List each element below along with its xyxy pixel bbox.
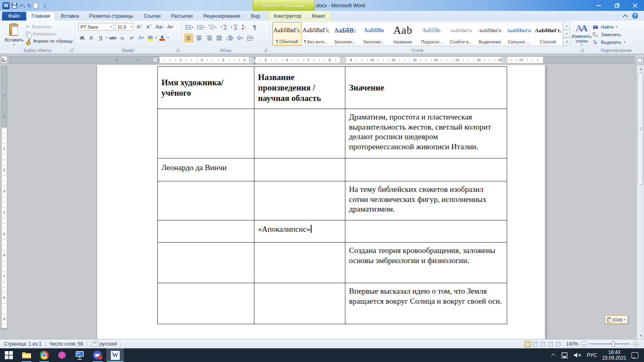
cut-button[interactable]: ✂ Вырезать — [26, 23, 73, 30]
table-cell[interactable] — [254, 283, 345, 324]
gallery-down-icon[interactable]: ▾ — [564, 30, 570, 38]
gallery-up-icon[interactable]: ▴ — [564, 22, 570, 30]
language-indicator[interactable]: русский — [99, 341, 117, 347]
justify-button[interactable] — [215, 34, 223, 42]
restore-button[interactable] — [608, 0, 626, 11]
vertical-scrollbar[interactable]: ▲ ▼ — [637, 65, 644, 339]
web-layout-view-button[interactable] — [539, 341, 547, 348]
tab-file[interactable]: Файл — [2, 12, 26, 21]
borders-button[interactable]: ▾ — [246, 34, 255, 42]
style-subtitle[interactable]: АаБбВв.Подзагол... — [417, 22, 446, 45]
new-document-icon[interactable] — [33, 3, 38, 8]
table-column-marker[interactable] — [153, 57, 158, 62]
table-cell[interactable] — [158, 283, 254, 324]
multilevel-list-button[interactable]: ▾ — [207, 23, 217, 31]
ruler-toggle-button[interactable] — [636, 55, 643, 64]
gallery-more-icon[interactable]: ▾ — [564, 38, 570, 46]
close-button[interactable] — [626, 0, 644, 11]
taskbar-word-button[interactable]: W — [106, 348, 124, 362]
replace-button[interactable]: abac Заменить — [592, 31, 625, 38]
network-icon[interactable] — [561, 352, 568, 358]
tab-references[interactable]: Ссылки — [138, 12, 166, 21]
print-layout-view-button[interactable] — [524, 341, 531, 348]
style-normal[interactable]: АаБбВвГг,¶ Обычный — [272, 22, 301, 45]
tab-table-design[interactable]: Конструктор — [268, 12, 306, 21]
increase-indent-button[interactable] — [229, 23, 238, 31]
tab-selector[interactable] — [1, 56, 7, 64]
horizontal-ruler[interactable]: 21 1234567891011121314151617 — [9, 56, 634, 64]
taskbar-gem-app-button[interactable] — [53, 348, 71, 362]
taskbar-explorer-button[interactable] — [18, 348, 35, 362]
table-cell[interactable] — [158, 220, 254, 243]
style-no-spacing[interactable]: АаБбВвГг,¶ Без инте... — [301, 22, 330, 45]
table-header-cell[interactable]: Название произведения / научная область — [254, 67, 345, 109]
customize-qat-icon[interactable]: ▾ — [44, 2, 45, 9]
zoom-level[interactable]: 140% — [566, 341, 578, 347]
styles-dialog-launcher[interactable] — [580, 48, 584, 52]
taskbar-chrome-button[interactable] — [35, 348, 53, 362]
outline-view-button[interactable] — [547, 341, 554, 348]
taskbar-clock[interactable]: 18:43 23.09.2021 — [602, 350, 626, 361]
scrollbar-thumb[interactable] — [638, 72, 644, 185]
underline-button[interactable]: Ч — [97, 33, 105, 42]
vertical-ruler[interactable]: 21 123456789 — [1, 66, 7, 330]
font-size-combo[interactable]: 11,5▾ — [115, 23, 134, 31]
table-cell[interactable] — [158, 181, 254, 220]
align-left-button[interactable] — [184, 34, 193, 42]
save-icon[interactable] — [12, 3, 17, 8]
table-cell[interactable]: Драматизм, простота и пластическая выраз… — [345, 109, 507, 158]
align-center-button[interactable] — [194, 34, 203, 42]
volume-muted-icon[interactable] — [574, 352, 582, 358]
sort-button[interactable]: АЯ ↓ — [240, 23, 249, 31]
numbering-button[interactable]: ▾ — [196, 23, 206, 31]
scroll-down-icon[interactable]: ▼ — [638, 332, 644, 339]
keyboard-language[interactable]: РУС — [587, 352, 597, 358]
table-cell[interactable]: Леонардо да Винчи — [158, 158, 254, 181]
notification-center-icon[interactable] — [632, 352, 638, 358]
bullets-button[interactable]: ▾ — [184, 23, 194, 31]
table-header-cell[interactable]: Имя художника/учёного — [158, 67, 254, 109]
help-icon[interactable]: ? — [632, 12, 638, 19]
hanging-indent-marker[interactable] — [252, 60, 256, 64]
word-logo-icon[interactable]: W — [2, 2, 10, 9]
format-painter-button[interactable]: Формат по образцу — [26, 37, 73, 45]
paste-button[interactable]: Вставить ▾ — [3, 22, 25, 49]
table-cell[interactable] — [158, 109, 254, 158]
tab-home[interactable]: Главная — [26, 11, 56, 21]
tab-page-layout[interactable]: Разметка страницы — [84, 12, 138, 21]
start-button[interactable] — [0, 348, 18, 362]
table-cell[interactable] — [345, 158, 507, 181]
shrink-font-button[interactable]: А▾ — [145, 23, 153, 31]
font-dialog-launcher[interactable] — [175, 48, 179, 52]
zoom-slider[interactable] — [590, 343, 630, 344]
taskbar-discord-button[interactable] — [89, 348, 106, 362]
change-case-button[interactable]: Аа▾ — [155, 23, 165, 31]
style-heading2[interactable]: АаБбВвЗаголово... — [359, 22, 388, 45]
style-subtle-emphasis[interactable]: АаБбВвГаСлабое в... — [446, 22, 475, 45]
copy-button[interactable]: Копировать — [26, 30, 73, 37]
table-cell[interactable] — [254, 243, 345, 283]
fullscreen-reading-view-button[interactable] — [532, 341, 539, 348]
document-page[interactable]: Имя художника/учёного Название произведе… — [97, 65, 545, 339]
tab-insert[interactable]: Вставка — [56, 12, 84, 21]
grow-font-button[interactable]: А▴ — [135, 23, 143, 31]
style-heading1[interactable]: АаБбВ:Заголово... — [330, 22, 359, 45]
table-cell[interactable]: Создана теория кровообращения, заложены … — [345, 243, 507, 283]
shading-button[interactable]: ▾ — [236, 34, 245, 42]
spellcheck-icon[interactable] — [91, 341, 98, 347]
line-spacing-button[interactable]: ↕ ▾ — [225, 34, 235, 42]
table-column-marker[interactable] — [340, 57, 345, 62]
change-styles-button[interactable]: АА Изменить стили▾ — [572, 22, 591, 51]
tab-table-layout[interactable]: Макет — [307, 12, 331, 21]
highlight-button[interactable]: ab — [146, 33, 154, 42]
style-strong[interactable]: АаБбВвГг,Строгий — [533, 22, 562, 45]
subscript-button[interactable]: х₂ — [118, 33, 126, 42]
table-column-marker[interactable] — [502, 57, 507, 62]
table-cell-with-cursor[interactable]: «Апокалипсис» — [254, 220, 345, 243]
strikethrough-button[interactable]: abc — [109, 33, 118, 42]
decrease-indent-button[interactable] — [219, 23, 228, 31]
style-emphasis[interactable]: АаБбВвГаВыделение — [475, 22, 504, 45]
font-color-button[interactable]: А — [158, 33, 166, 42]
superscript-button[interactable]: х² — [128, 33, 136, 42]
table-cell[interactable]: Впервые высказал идею о том, что Земля в… — [345, 283, 507, 324]
